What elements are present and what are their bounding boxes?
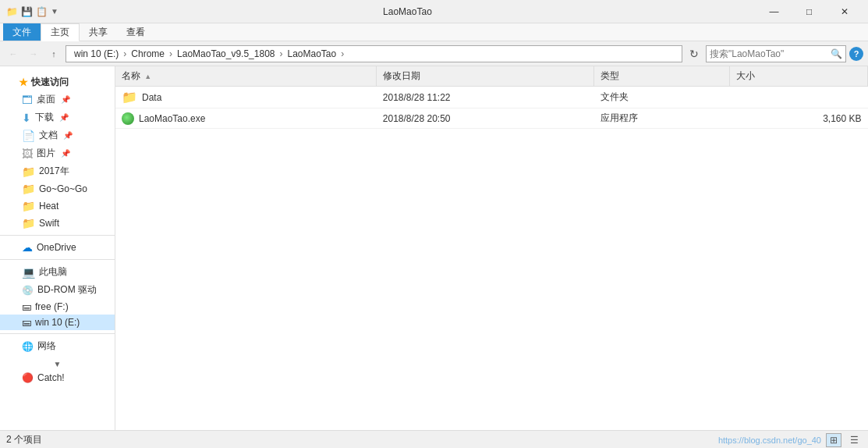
paste-icon: 📋 (36, 6, 48, 17)
search-icon[interactable]: 🔍 (830, 48, 842, 60)
search-box: 🔍 (706, 45, 846, 62)
download-folder-icon: ⬇ (22, 112, 31, 124)
minimize-button[interactable]: — (756, 0, 792, 23)
col-type[interactable]: 类型 (594, 66, 730, 87)
desktop-folder-icon: 🗔 (22, 94, 33, 106)
breadcrumb: win 10 (E:) › Chrome › LaoMaoTao_v9.5_18… (71, 47, 345, 61)
col-size[interactable]: 大小 (729, 66, 867, 87)
sidebar-item-onedrive[interactable]: ☁ OneDrive (0, 239, 115, 256)
sidebar-label-pictures: 图片 (37, 147, 55, 160)
star-icon: ★ (19, 76, 28, 88)
sidebar-item-free[interactable]: 🖴 free (F:) (0, 299, 115, 315)
forward-button[interactable]: → (25, 45, 42, 62)
exe-file-icon (122, 112, 134, 125)
sidebar-item-swift[interactable]: 📁 Swift (0, 215, 115, 232)
sidebar-label-onedrive: OneDrive (37, 242, 76, 253)
item-count: 2 个项目 (6, 433, 42, 446)
tab-view[interactable]: 查看 (117, 23, 154, 41)
divider-2 (0, 259, 115, 260)
crumb-chrome[interactable]: Chrome (128, 47, 168, 61)
table-row[interactable]: LaoMaoTao.exe 2018/8/28 20:50 应用程序 3,160… (115, 108, 868, 129)
sidebar-item-thispc[interactable]: 💻 此电脑 (0, 263, 115, 281)
view-grid-button[interactable]: ⊞ (826, 433, 841, 447)
window-title: LaoMaoTao (58, 6, 756, 17)
ribbon-tabs: 文件 主页 共享 查看 (0, 23, 868, 41)
sidebar-label-bdrom: BD-ROM 驱动 (37, 283, 97, 297)
exe-date-cell: 2018/8/28 20:50 (377, 108, 594, 129)
exe-size-data: 3,160 KB (823, 113, 861, 124)
tab-home[interactable]: 主页 (41, 23, 80, 41)
maximize-button[interactable]: □ (792, 0, 827, 23)
sidebar-item-network[interactable]: 🌐 网络 (0, 337, 115, 355)
sidebar-label-2017: 2017年 (39, 165, 69, 178)
bd-icon: 💿 (22, 285, 34, 296)
file-name-data: Data (142, 92, 161, 103)
divider-3 (0, 333, 115, 334)
scroll-down-indicator: ▼ (0, 358, 115, 370)
crumb-drive[interactable]: win 10 (E:) (71, 47, 122, 61)
folder-icon: 📁 (6, 6, 18, 17)
sidebar-label-thispc: 此电脑 (39, 265, 67, 279)
pic-folder-icon: 🖼 (22, 148, 33, 160)
drive-icon-win10: 🖴 (22, 317, 31, 328)
col-type-label: 类型 (601, 70, 619, 81)
table-header-row: 名称 ▲ 修改日期 类型 大小 (115, 66, 868, 87)
col-name[interactable]: 名称 ▲ (115, 66, 377, 87)
sidebar-item-bdrom[interactable]: 💿 BD-ROM 驱动 (0, 281, 115, 299)
exe-name-data: LaoMaoTao.exe (139, 113, 205, 124)
file-date-data: 2018/8/28 11:22 (383, 92, 451, 103)
col-date[interactable]: 修改日期 (377, 66, 594, 87)
pin-icon-download: 📌 (59, 113, 69, 122)
sort-arrow-name: ▲ (144, 73, 151, 80)
folder-icon-gogo: 📁 (22, 183, 35, 195)
view-list-button[interactable]: ☰ (846, 433, 862, 447)
tab-share[interactable]: 共享 (80, 23, 117, 41)
address-bar-row: ← → ↑ win 10 (E:) › Chrome › LaoMaoTao_v… (0, 41, 868, 66)
drive-icon-free: 🖴 (22, 301, 31, 312)
exe-type-data: 应用程序 (601, 112, 638, 123)
sidebar-label-swift: Swift (39, 218, 59, 229)
sidebar-item-desktop[interactable]: 🗔 桌面 📌 (0, 91, 115, 108)
close-button[interactable]: ✕ (827, 0, 862, 23)
file-type-cell: 文件夹 (594, 87, 730, 108)
doc-folder-icon: 📄 (22, 130, 35, 142)
sidebar-item-win10[interactable]: 🖴 win 10 (E:) (0, 315, 115, 330)
file-table: 名称 ▲ 修改日期 类型 大小 (115, 66, 868, 129)
crumb-version[interactable]: LaoMaoTao_v9.5_1808 (174, 47, 278, 61)
crumb-app[interactable]: LaoMaoTao (284, 47, 339, 61)
sidebar-item-documents[interactable]: 📄 文档 📌 (0, 126, 115, 144)
file-type-data: 文件夹 (601, 91, 629, 102)
refresh-button[interactable]: ↻ (686, 45, 703, 62)
pc-icon: 💻 (22, 266, 35, 279)
help-button[interactable]: ? (849, 47, 863, 61)
cloud-icon: ☁ (22, 241, 33, 254)
exe-size-cell: 3,160 KB (729, 108, 867, 129)
sidebar-item-pictures[interactable]: 🖼 图片 📌 (0, 144, 115, 162)
catch-icon: 🔴 (22, 372, 34, 383)
title-bar-icons: 📁 💾 📋 ▼ (6, 6, 58, 17)
back-button[interactable]: ← (5, 45, 22, 62)
dropdown-icon: ▼ (51, 7, 58, 16)
col-name-label: 名称 (122, 70, 140, 81)
up-button[interactable]: ↑ (45, 45, 62, 62)
sidebar-item-gogo[interactable]: 📁 Go~Go~Go (0, 180, 115, 197)
sidebar-item-download[interactable]: ⬇ 下载 📌 (0, 108, 115, 126)
sidebar-item-catch[interactable]: 🔴 Catch! (0, 370, 115, 386)
sidebar-item-2017[interactable]: 📁 2017年 (0, 162, 115, 180)
watermark-text: https://blog.csdn.net/go_40 (718, 436, 821, 445)
search-input[interactable] (710, 48, 830, 59)
col-date-label: 修改日期 (383, 70, 420, 81)
sidebar-item-heat[interactable]: 📁 Heat (0, 197, 115, 215)
tab-file[interactable]: 文件 (3, 23, 41, 41)
sidebar-label-win10: win 10 (E:) (35, 317, 80, 328)
address-bar[interactable]: win 10 (E:) › Chrome › LaoMaoTao_v9.5_18… (66, 45, 682, 62)
file-size-cell (729, 87, 867, 108)
pin-icon-documents: 📌 (63, 131, 73, 140)
table-row[interactable]: 📁 Data 2018/8/28 11:22 文件夹 (115, 87, 868, 108)
exe-date-data: 2018/8/28 20:50 (383, 113, 451, 124)
exe-name-cell: LaoMaoTao.exe (115, 108, 377, 129)
quick-access-header: ★ 快速访问 (0, 71, 115, 91)
sidebar-label-gogo: Go~Go~Go (39, 183, 87, 194)
col-size-label: 大小 (736, 70, 755, 81)
divider-1 (0, 235, 115, 236)
